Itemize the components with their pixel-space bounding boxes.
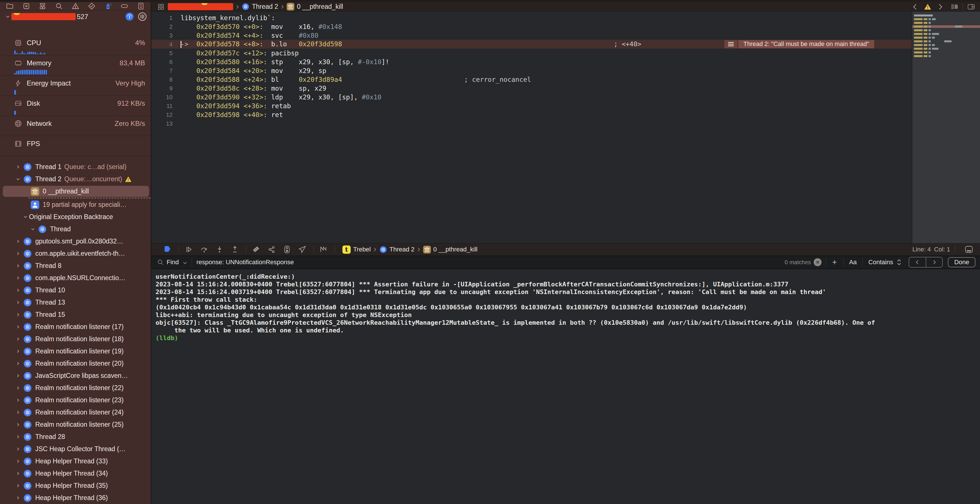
inspector-toggle-icon[interactable] <box>967 3 975 11</box>
step-into-icon[interactable] <box>215 245 224 254</box>
spray-debug-icon[interactable] <box>100 2 116 11</box>
environment-overrides-icon[interactable] <box>283 245 291 254</box>
chevron-down-icon[interactable] <box>4 13 11 21</box>
process-row[interactable]: 527 <box>0 11 151 23</box>
chevron-right-icon[interactable] <box>14 421 22 428</box>
chevron-right-icon[interactable] <box>14 262 22 269</box>
gauge-cpu[interactable]: CPU4% <box>0 35 151 55</box>
issue-warning-icon[interactable] <box>924 3 931 11</box>
chevron-right-icon[interactable] <box>14 238 22 245</box>
back-button[interactable] <box>912 3 919 11</box>
disassembly-editor[interactable]: 1libsystem_kernel.dylib`:2 0x20f3dd570 <… <box>151 12 912 243</box>
chevron-down-icon[interactable] <box>22 213 29 221</box>
chevron-right-icon[interactable] <box>14 299 22 306</box>
debug-thread[interactable]: Thread 2 <box>390 246 415 253</box>
chevron-right-icon[interactable] <box>14 445 22 453</box>
thread-row[interactable]: Thread 2Queue:…oncurrent) <box>0 173 151 185</box>
thread-row[interactable]: Thread 13 <box>0 296 151 309</box>
chevron-right-icon[interactable] <box>14 384 22 392</box>
chevron-right-icon[interactable] <box>14 274 22 282</box>
stack-frame-row[interactable]: 19 partial apply for speciali… <box>0 198 151 211</box>
thread-row[interactable]: Heap Helper Thread (35) <box>0 480 151 492</box>
thread-row[interactable]: gputools.smt_poll.0x280d32… <box>0 235 151 247</box>
threads-view-button[interactable] <box>138 12 147 21</box>
stack-frames-icon[interactable] <box>319 245 328 254</box>
chevron-right-icon[interactable] <box>14 458 22 465</box>
thread-row[interactable]: Heap Helper Thread (34) <box>0 468 151 480</box>
performance-gauge-button[interactable] <box>125 12 134 21</box>
gauge-disk[interactable]: Disk912 KB/s <box>0 96 151 116</box>
thread-row[interactable]: Realm notification listener (24) <box>0 406 151 418</box>
match-mode-select[interactable]: Contains <box>867 258 903 266</box>
view-hierarchy-icon[interactable] <box>252 245 261 254</box>
chevron-down-icon[interactable] <box>29 225 37 233</box>
thread-row[interactable]: Heap Helper Thread (33) <box>0 455 151 468</box>
find-next-button[interactable] <box>926 257 942 267</box>
find-input[interactable]: response: UNNotificationResponse <box>197 258 784 266</box>
chevron-down-icon[interactable] <box>14 176 22 183</box>
thread-row[interactable]: Realm notification listener (18) <box>0 333 151 345</box>
gauge-fps[interactable]: FPS <box>0 136 151 156</box>
related-items-icon[interactable] <box>158 3 164 10</box>
thread-row[interactable]: Thread 1Queue: c…ad (serial) <box>0 161 151 173</box>
thread-row[interactable]: Realm notification listener (20) <box>0 357 151 369</box>
clear-search-icon[interactable]: ✕ <box>814 258 822 266</box>
chevron-right-icon[interactable] <box>14 494 22 502</box>
case-sensitive-toggle[interactable]: Aa <box>848 258 858 266</box>
step-out-icon[interactable] <box>231 245 239 254</box>
chevron-right-icon[interactable] <box>14 287 22 294</box>
hide-debug-area-icon[interactable] <box>965 245 973 254</box>
forward-button[interactable] <box>937 3 944 11</box>
breakpoints-toggle-icon[interactable] <box>163 245 172 254</box>
chevron-right-icon[interactable] <box>14 433 22 441</box>
chevron-right-icon[interactable] <box>14 348 22 355</box>
find-scope-select[interactable]: Find <box>167 258 179 266</box>
chevron-right-icon[interactable] <box>14 311 22 319</box>
thread-row[interactable]: Realm notification listener (19) <box>0 345 151 357</box>
simulate-location-icon[interactable] <box>298 245 307 254</box>
thread-row[interactable]: Thread <box>0 223 151 235</box>
thread-row[interactable]: Realm notification listener (17) <box>0 321 151 333</box>
warning-icon[interactable] <box>67 2 84 11</box>
chevron-right-icon[interactable] <box>14 372 22 380</box>
gauge-energy[interactable]: Energy ImpactVery High <box>0 76 151 96</box>
done-button[interactable]: Done <box>948 257 975 267</box>
chevron-right-icon[interactable] <box>14 336 22 343</box>
jumpbar-frame[interactable]: 0 __pthread_kill <box>297 3 343 11</box>
hierarchy-icon[interactable] <box>34 2 51 11</box>
debug-process[interactable]: Trebel <box>353 246 371 253</box>
debug-frame[interactable]: 0 __pthread_kill <box>433 246 477 253</box>
thread-row[interactable]: Thread 8 <box>0 260 151 272</box>
chevron-right-icon[interactable] <box>14 409 22 416</box>
thread-row[interactable]: Original Exception Backtrace <box>0 211 151 223</box>
thread-row[interactable]: Heap Helper Thread (36) <box>0 492 151 504</box>
annotation-menu-icon[interactable] <box>724 40 737 48</box>
gauge-memory[interactable]: Memory83,4 MB <box>0 55 151 76</box>
stack-frame-row[interactable]: 0 __pthread_kill <box>0 185 151 197</box>
list-icon[interactable] <box>133 2 149 11</box>
thread-row[interactable]: Thread 28 <box>0 431 151 443</box>
chevron-right-icon[interactable] <box>14 163 22 171</box>
chevron-right-icon[interactable] <box>14 323 22 331</box>
thread-row[interactable]: com.apple.NSURLConnectio… <box>0 272 151 284</box>
folder-icon[interactable] <box>2 2 18 11</box>
memory-graph-icon[interactable] <box>267 245 276 254</box>
chevron-down-icon[interactable] <box>183 262 187 264</box>
jumpbar-thread[interactable]: Thread 2 <box>252 3 278 11</box>
editor-options-icon[interactable] <box>951 3 958 11</box>
thread-row[interactable]: JSC Heap Collector Thread (… <box>0 443 151 455</box>
chevron-right-icon[interactable] <box>14 396 22 404</box>
thread-error-annotation[interactable]: Thread 2: "Call must be made on main thr… <box>724 40 874 48</box>
thread-row[interactable]: Realm notification listener (23) <box>0 394 151 406</box>
minimap[interactable] <box>912 12 980 243</box>
step-over-icon[interactable] <box>200 245 208 254</box>
breakpoint-check-icon[interactable] <box>84 2 100 11</box>
add-find-criteria-button[interactable]: + <box>830 258 838 267</box>
chevron-right-icon[interactable] <box>14 360 22 367</box>
thread-row[interactable]: Thread 10 <box>0 284 151 296</box>
find-previous-button[interactable] <box>909 257 926 267</box>
thread-row[interactable]: Realm notification listener (22) <box>0 382 151 394</box>
thread-row[interactable]: Realm notification listener (25) <box>0 418 151 431</box>
chevron-right-icon[interactable] <box>14 470 22 477</box>
chevron-right-icon[interactable] <box>14 482 22 490</box>
